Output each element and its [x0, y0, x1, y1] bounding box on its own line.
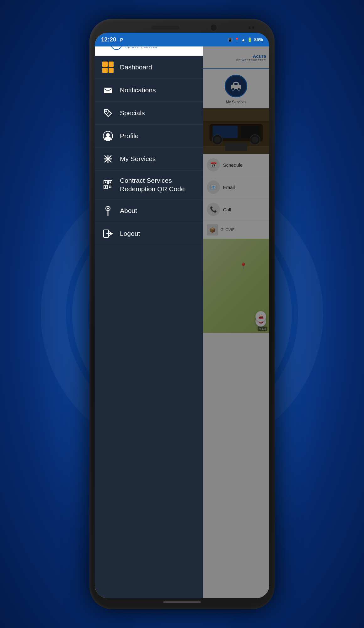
drawer-item-dashboard[interactable]: Dashboard [95, 56, 203, 79]
svg-rect-18 [104, 88, 112, 93]
battery-icon: 🔋 [247, 37, 252, 42]
drawer-item-notifications[interactable]: Notifications [95, 79, 203, 102]
drawer-item-about[interactable]: About [95, 199, 203, 222]
navigation-drawer: ← A Acura OF WESTCHESTER [95, 33, 203, 598]
specials-icon [102, 107, 114, 119]
wifi-icon: ▲ [241, 37, 245, 42]
location-icon: 📍 [234, 37, 239, 42]
drawer-items-list: Dashboard Notifications [95, 56, 203, 598]
logout-icon [102, 228, 114, 239]
notifications-icon [102, 84, 114, 96]
svg-point-19 [105, 111, 107, 112]
svg-rect-30 [105, 181, 106, 183]
svg-rect-34 [110, 186, 111, 187]
vibrate-icon: 📳 [228, 37, 233, 42]
qr-code-icon [102, 179, 114, 190]
profile-icon [102, 130, 114, 142]
svg-point-22 [106, 133, 110, 137]
status-bar: 12:20 P 📳 📍 ▲ 🔋 85% [95, 33, 269, 46]
status-carrier: P [120, 37, 123, 42]
profile-label: Profile [120, 132, 139, 140]
svg-rect-31 [110, 181, 111, 183]
svg-line-20 [106, 111, 109, 115]
about-label: About [120, 207, 137, 214]
svg-point-38 [107, 208, 109, 209]
notifications-label: Notifications [120, 86, 156, 94]
drawer-item-logout[interactable]: Logout [95, 222, 203, 245]
dashboard-icon [102, 62, 114, 73]
drawer-item-specials[interactable]: Specials [95, 102, 203, 125]
specials-label: Specials [120, 109, 145, 117]
battery-percentage: 85% [254, 37, 263, 42]
drawer-item-profile[interactable]: Profile [95, 125, 203, 148]
contract-services-label: Contract ServicesRedemption QR Code [120, 176, 185, 193]
svg-rect-32 [105, 186, 106, 188]
status-time: 12:20 [101, 36, 116, 43]
svg-rect-36 [110, 187, 111, 188]
logout-label: Logout [120, 230, 140, 237]
dashboard-label: Dashboard [120, 63, 152, 71]
svg-rect-33 [109, 186, 110, 187]
about-icon [102, 205, 114, 216]
home-indicator [163, 601, 201, 603]
drawer-item-contract-services[interactable]: Contract ServicesRedemption QR Code [95, 171, 203, 199]
my-services-icon [102, 153, 114, 165]
drawer-item-my-services[interactable]: My Services [95, 148, 203, 171]
my-services-label: My Services [120, 155, 156, 163]
svg-rect-35 [109, 187, 110, 188]
